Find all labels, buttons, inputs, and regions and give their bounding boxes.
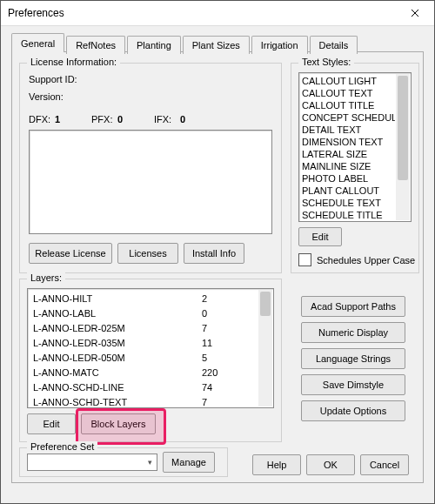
chevron-down-icon: ▾ bbox=[144, 458, 157, 467]
list-item[interactable]: CALLOUT TEXT bbox=[302, 87, 395, 99]
language-strings-button[interactable]: Language Strings bbox=[301, 348, 405, 369]
block-layers-button[interactable]: Block Layers bbox=[81, 413, 156, 434]
table-row[interactable]: L-ANNO-LEDR-050M5 bbox=[33, 352, 237, 365]
table-row[interactable]: L-ANNO-LEDR-025M7 bbox=[33, 322, 237, 335]
close-button[interactable] bbox=[396, 1, 434, 25]
tab-strip: General RefNotes Planting Plant Sizes Ir… bbox=[11, 34, 424, 52]
support-id-label: Support ID: bbox=[29, 74, 77, 84]
titlebar: Preferences bbox=[1, 1, 434, 26]
ifx-value: 0 bbox=[180, 114, 185, 124]
table-row[interactable]: L-ANNO-HILT2 bbox=[33, 292, 237, 306]
close-icon bbox=[411, 9, 419, 17]
version-label: Version: bbox=[29, 91, 64, 102]
group-text-styles: Text Styles: CALLOUT LIGHT CALLOUT TEXT … bbox=[291, 63, 419, 273]
dfx-value: 1 bbox=[55, 114, 60, 124]
list-item[interactable]: DETAIL TEXT bbox=[302, 124, 395, 136]
release-license-button[interactable]: Release License bbox=[29, 243, 112, 264]
text-styles-listbox[interactable]: CALLOUT LIGHT CALLOUT TEXT CALLOUT TITLE… bbox=[298, 72, 412, 222]
list-item[interactable]: SCHEDULE TEXT bbox=[302, 197, 395, 209]
list-item[interactable]: CONCEPT SCHEDULE TE bbox=[302, 111, 395, 124]
table-row[interactable]: L-ANNO-LABL0 bbox=[33, 307, 237, 320]
tab-general[interactable]: General bbox=[11, 33, 64, 52]
tab-irrigation[interactable]: Irrigation bbox=[251, 36, 308, 54]
tab-plant-sizes[interactable]: Plant Sizes bbox=[183, 36, 250, 54]
scrollbar[interactable] bbox=[396, 74, 410, 220]
ok-button[interactable]: OK bbox=[306, 454, 355, 475]
preference-set-combo[interactable]: ▾ bbox=[27, 454, 157, 471]
help-button[interactable]: Help bbox=[252, 454, 301, 475]
group-license: License Information: Support ID: Version… bbox=[19, 63, 282, 273]
license-textarea[interactable] bbox=[29, 130, 272, 234]
numeric-display-button[interactable]: Numeric Display bbox=[301, 322, 405, 343]
scrollbar-thumb[interactable] bbox=[398, 76, 408, 180]
text-styles-items: CALLOUT LIGHT CALLOUT TEXT CALLOUT TITLE… bbox=[302, 75, 395, 219]
licenses-button[interactable]: Licenses bbox=[117, 243, 178, 264]
update-options-button[interactable]: Update Options bbox=[301, 400, 405, 421]
tab-panel: License Information: Support ID: Version… bbox=[11, 51, 424, 483]
tab-refnotes[interactable]: RefNotes bbox=[66, 36, 125, 54]
group-preference-set: Preference Set ▾ Manage bbox=[19, 447, 228, 477]
preferences-window: Preferences General RefNotes Planting Pl… bbox=[0, 0, 435, 504]
save-dimstyle-button[interactable]: Save Dimstyle bbox=[301, 374, 405, 395]
scrollbar-thumb[interactable] bbox=[260, 292, 271, 316]
text-styles-edit-button[interactable]: Edit bbox=[298, 227, 342, 246]
table-row[interactable]: L-ANNO-LEDR-035M11 bbox=[33, 337, 237, 350]
tab-details[interactable]: Details bbox=[310, 36, 358, 54]
group-text-styles-legend: Text Styles: bbox=[298, 57, 354, 67]
table-row[interactable]: L-ANNO-SCHD-LINE74 bbox=[33, 381, 237, 394]
client-area: General RefNotes Planting Plant Sizes Ir… bbox=[1, 25, 434, 503]
group-license-legend: License Information: bbox=[27, 57, 120, 67]
list-item[interactable]: LATERAL SIZE bbox=[302, 148, 395, 160]
layers-items: L-ANNO-HILT2 L-ANNO-LABL0 L-ANNO-LEDR-02… bbox=[28, 291, 258, 406]
list-item[interactable]: DIMENSION TEXT bbox=[302, 136, 395, 148]
list-item[interactable]: CALLOUT LIGHT bbox=[302, 75, 395, 87]
list-item[interactable]: CALLOUT TITLE bbox=[302, 99, 395, 111]
list-item[interactable]: PLANT CALLOUT bbox=[302, 185, 395, 197]
table-row[interactable]: L-ANNO-SCHD-TEXT7 bbox=[33, 396, 237, 408]
table-row[interactable]: L-ANNO-MATC220 bbox=[33, 366, 237, 380]
manage-button[interactable]: Manage bbox=[163, 452, 215, 473]
group-layers: Layers: L-ANNO-HILT2 L-ANNO-LABL0 L-ANNO… bbox=[19, 279, 282, 442]
install-info-button[interactable]: Install Info bbox=[184, 243, 244, 264]
list-item[interactable]: SCHEDULE TITLE bbox=[302, 209, 395, 221]
ifx-label: IFX: bbox=[154, 114, 171, 124]
group-preference-set-legend: Preference Set bbox=[27, 441, 97, 452]
group-layers-legend: Layers: bbox=[27, 272, 65, 283]
schedules-upper-case-checkbox[interactable]: Schedules Upper Case bbox=[298, 253, 415, 266]
layers-edit-button[interactable]: Edit bbox=[27, 413, 76, 434]
tab-planting[interactable]: Planting bbox=[127, 36, 181, 54]
checkbox-label: Schedules Upper Case bbox=[317, 255, 415, 265]
cancel-button[interactable]: Cancel bbox=[360, 454, 409, 475]
list-item[interactable]: MAINLINE SIZE bbox=[302, 160, 395, 172]
acad-support-paths-button[interactable]: Acad Support Paths bbox=[301, 296, 405, 317]
dfx-label: DFX: bbox=[29, 114, 50, 124]
window-title: Preferences bbox=[8, 7, 64, 19]
pfx-label: PFX: bbox=[91, 114, 112, 124]
list-item[interactable]: PHOTO LABEL bbox=[302, 172, 395, 185]
scrollbar[interactable] bbox=[258, 290, 272, 407]
checkbox-box-icon bbox=[298, 253, 311, 266]
layers-listbox[interactable]: L-ANNO-HILT2 L-ANNO-LABL0 L-ANNO-LEDR-02… bbox=[27, 288, 274, 408]
pfx-value: 0 bbox=[117, 114, 123, 124]
